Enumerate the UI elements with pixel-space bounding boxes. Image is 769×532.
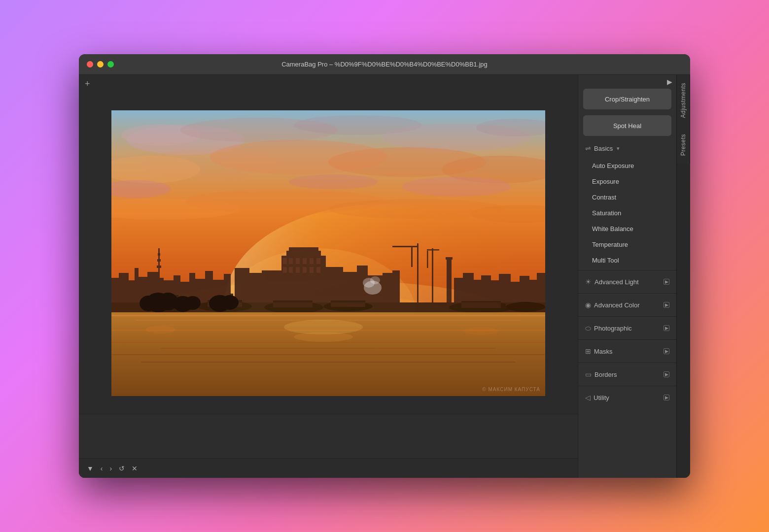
svg-rect-69 [432,248,433,302]
photographic-arrow[interactable]: ▶ [664,325,669,331]
photographic-header[interactable]: ⬭ Photographic ▶ [578,319,676,337]
basics-dropdown-icon: ▾ [617,145,620,152]
photo-watermark: © МАКСИМ КАПУСТА [482,387,540,392]
right-panel: ▶ Crop/Straighten Spot Heal ⇌ Basics ▾ [578,75,676,478]
svg-point-19 [402,177,511,197]
svg-rect-80 [511,282,520,302]
filmstrip-toggle-icon[interactable]: ▼ [87,465,94,472]
svg-rect-76 [474,280,481,302]
svg-rect-55 [310,267,314,273]
utility-arrow[interactable]: ▶ [664,395,669,400]
minimize-button[interactable] [97,61,104,67]
svg-rect-23 [111,278,119,302]
basics-label: Basics [594,145,613,152]
svg-rect-26 [135,268,139,302]
svg-rect-32 [157,266,161,268]
svg-rect-83 [537,273,545,302]
basics-section-header[interactable]: ⇌ Basics ▾ [578,139,676,158]
scene-svg [111,110,545,396]
svg-rect-31 [157,259,161,262]
advanced-light-header[interactable]: ☀ Advanced Light ▶ [578,272,676,291]
svg-rect-51 [283,267,287,273]
panel-scroll[interactable]: ▶ Crop/Straighten Spot Heal ⇌ Basics ▾ [578,75,676,478]
svg-rect-50 [316,258,320,264]
svg-rect-59 [262,270,281,302]
app-window: CameraBag Pro – %D0%9F%D0%BE%D0%B4%D0%BE… [79,54,690,478]
svg-rect-49 [310,258,314,264]
window-title: CameraBag Pro – %D0%9F%D0%BE%D0%B4%D0%BE… [281,61,488,68]
svg-rect-54 [303,267,307,273]
svg-rect-96 [331,300,365,307]
svg-point-125 [221,295,239,310]
svg-rect-67 [392,246,419,247]
svg-rect-79 [499,274,511,302]
divider-1 [578,270,676,270]
masks-arrow[interactable]: ▶ [664,348,669,354]
white-balance-item[interactable]: White Balance [578,221,676,236]
exposure-item[interactable]: Exposure [578,173,676,189]
advanced-color-icon: ◉ [585,301,591,309]
svg-rect-111 [161,348,496,349]
svg-rect-60 [326,267,343,302]
contrast-item[interactable]: Contrast [578,189,676,205]
close-button[interactable] [87,61,93,67]
canvas-area: + [79,75,578,478]
svg-rect-78 [491,280,499,302]
borders-icon: ▭ [585,370,592,378]
svg-rect-72 [447,258,452,302]
close-icon[interactable]: ✕ [132,465,138,472]
photographic-icon: ⬭ [585,324,591,332]
divider-4 [578,339,676,340]
right-panel-container: ▶ Crop/Straighten Spot Heal ⇌ Basics ▾ [578,75,690,478]
svg-rect-48 [303,258,307,264]
svg-rect-73 [446,257,453,260]
bottom-toolbar: ▼ ‹ › ↺ ✕ [79,458,578,478]
svg-rect-64 [383,273,392,302]
prev-button[interactable]: ‹ [101,465,103,472]
image-frame: © МАКСИМ КАПУСТА [111,110,545,396]
advanced-light-arrow[interactable]: ▶ [664,279,669,285]
svg-rect-77 [481,275,491,302]
svg-rect-113 [141,362,516,363]
svg-rect-75 [463,273,474,302]
svg-point-123 [185,296,201,310]
svg-point-116 [146,326,175,333]
multi-tool-item[interactable]: Multi Tool [578,252,676,268]
svg-rect-121 [157,302,160,312]
svg-rect-66 [417,243,419,302]
advanced-color-arrow[interactable]: ▶ [664,302,669,308]
advanced-color-header[interactable]: ◉ Advanced Color ▶ [578,296,676,314]
adjustments-tab[interactable]: Adjustments [677,75,690,126]
borders-arrow[interactable]: ▶ [664,371,669,377]
canvas-toolbar: + [79,75,578,93]
auto-exposure-item[interactable]: Auto Exposure [578,158,676,173]
svg-rect-65 [392,270,400,302]
svg-rect-112 [111,354,545,355]
spot-heal-button[interactable]: Spot Heal [583,115,671,136]
svg-rect-44 [289,247,318,252]
svg-point-120 [140,296,157,311]
svg-rect-70 [427,249,439,251]
utility-header[interactable]: ◁ Utility ▶ [578,388,676,407]
svg-rect-39 [205,271,213,302]
svg-point-100 [506,302,545,312]
masks-header[interactable]: ⊞ Masks ▶ [578,342,676,361]
presets-tab[interactable]: Presets [677,126,690,164]
advanced-light-icon: ☀ [585,278,592,286]
utility-icon: ◁ [585,394,591,401]
image-container: © МАКСИМ КАПУСТА [79,93,578,414]
maximize-button[interactable] [107,61,114,67]
side-tabs: Adjustments Presets [676,75,690,478]
play-icon[interactable]: ▶ [667,78,672,86]
borders-header[interactable]: ▭ Borders ▶ [578,365,676,384]
crop-straighten-button[interactable]: Crop/Straighten [583,89,671,109]
reset-button[interactable]: ↺ [119,465,125,472]
svg-rect-45 [283,258,287,264]
next-button[interactable]: › [110,465,112,472]
divider-5 [578,363,676,363]
temperature-item[interactable]: Temperature [578,236,676,252]
add-tab-button[interactable]: + [85,79,90,89]
svg-rect-82 [529,280,537,302]
svg-rect-30 [158,253,160,256]
saturation-item[interactable]: Saturation [578,205,676,221]
